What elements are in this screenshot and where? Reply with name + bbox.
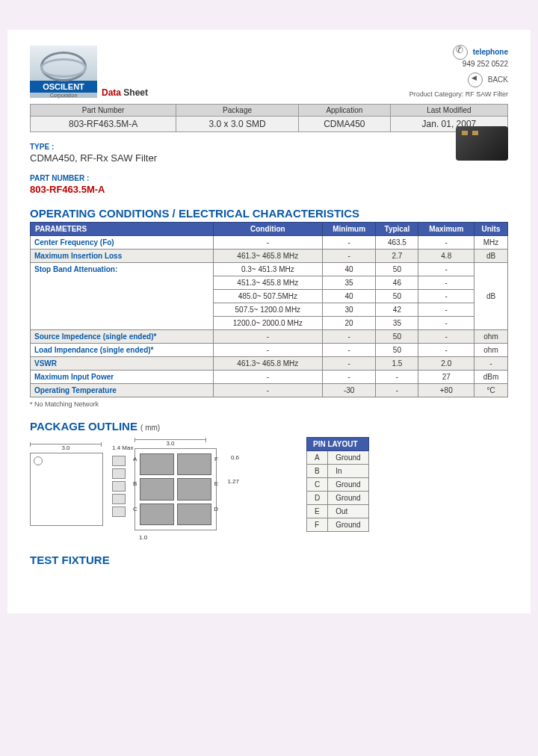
spec-param: Maximum Input Power bbox=[31, 371, 214, 384]
telephone-label: telephone bbox=[473, 48, 508, 56]
spec-param: Center Frequency (Fo) bbox=[31, 236, 214, 250]
logo-name: OSCILENT bbox=[30, 81, 97, 93]
spec-cell: - bbox=[213, 236, 322, 250]
spec-cell: 461.3~ 465.8 MHz bbox=[213, 357, 322, 371]
back-text: BACK bbox=[488, 75, 508, 84]
spec-cell: 50 bbox=[376, 263, 418, 276]
spec-param: Maximum Insertion Loss bbox=[31, 250, 214, 263]
pin-cell: Ground bbox=[328, 451, 368, 465]
spec-cell: 30 bbox=[322, 303, 375, 317]
spec-footnote: * No Matching Network bbox=[30, 400, 508, 408]
company-logo: OSCILENT Corporation bbox=[30, 46, 97, 98]
contact-block: telephone 949 252 0522 BACK Product Cate… bbox=[409, 45, 508, 98]
spec-header: Minimum bbox=[322, 223, 375, 236]
pin-cell: F bbox=[307, 518, 328, 532]
pin-cell: E bbox=[307, 505, 328, 518]
spec-cell: - bbox=[418, 303, 474, 317]
spec-cell: ohm bbox=[474, 330, 508, 344]
spec-cell: - bbox=[322, 330, 375, 344]
spec-header: Units bbox=[474, 223, 508, 236]
spec-cell: 1.5 bbox=[376, 357, 418, 371]
spec-cell: 507.5~ 1200.0 MHz bbox=[213, 303, 322, 317]
spec-cell: 50 bbox=[376, 330, 418, 344]
spec-cell: dBm bbox=[474, 371, 508, 384]
spec-cell: - bbox=[418, 263, 474, 276]
spec-cell: 485.0~ 507.5MHz bbox=[213, 290, 322, 303]
spec-cell: 40 bbox=[322, 290, 375, 303]
spec-cell: -30 bbox=[322, 384, 375, 397]
spec-cell: 50 bbox=[376, 290, 418, 303]
spec-cell: +80 bbox=[418, 384, 474, 397]
info-header: Last Modified bbox=[390, 105, 507, 117]
package-drawing: 3.0 1.4 Max 3.0 A F B E C D 0.6 1.27 bbox=[30, 437, 284, 542]
spec-cell: 50 bbox=[376, 344, 418, 357]
back-link[interactable]: BACK bbox=[409, 72, 508, 87]
info-header: Package bbox=[176, 105, 299, 117]
spec-table: PARAMETERS Condition Minimum Typical Max… bbox=[30, 222, 508, 397]
spec-cell: - bbox=[213, 344, 322, 357]
logo-block: OSCILENT Corporation Data Sheet bbox=[30, 46, 148, 98]
pin-table: PIN LAYOUT AGround BIn CGround DGround E… bbox=[306, 437, 369, 532]
spec-cell: - bbox=[418, 276, 474, 290]
spec-header: Condition bbox=[213, 223, 322, 236]
partnum-label: PART NUMBER : bbox=[30, 174, 508, 182]
package-title-text: PACKAGE OUTLINE bbox=[30, 420, 137, 433]
datasheet-page: OSCILENT Corporation Data Sheet telephon… bbox=[7, 30, 531, 613]
spec-cell: - bbox=[213, 330, 322, 344]
pad-b-label: B bbox=[133, 480, 137, 487]
spec-cell: - bbox=[474, 357, 508, 371]
logo-sub: Corporation bbox=[50, 93, 78, 98]
pad-c-label: C bbox=[133, 506, 137, 512]
category-value: RF SAW Filter bbox=[466, 90, 508, 98]
spec-cell: dB bbox=[474, 263, 508, 330]
spec-cell: 2.7 bbox=[376, 250, 418, 263]
spec-cell: - bbox=[322, 236, 375, 250]
info-value: CDMA450 bbox=[298, 117, 390, 132]
spec-cell: - bbox=[322, 250, 375, 263]
back-icon bbox=[468, 72, 483, 87]
info-header: Application bbox=[298, 105, 390, 117]
pad-d-label: D bbox=[214, 506, 218, 512]
spec-cell: 0.3~ 451.3 MHz bbox=[213, 263, 322, 276]
spec-cell: - bbox=[322, 344, 375, 357]
spec-cell: MHz bbox=[474, 236, 508, 250]
spec-cell: 461.3~ 465.8 MHz bbox=[213, 250, 322, 263]
header: OSCILENT Corporation Data Sheet telephon… bbox=[30, 45, 508, 98]
spec-header: PARAMETERS bbox=[31, 223, 214, 236]
spec-cell: 451.3~ 455.8 MHz bbox=[213, 276, 322, 290]
spec-cell: 20 bbox=[322, 317, 375, 330]
spec-param: VSWR bbox=[31, 357, 214, 371]
info-value: 803-RF463.5M-A bbox=[31, 117, 176, 132]
pkg-side-view: 1.4 Max bbox=[112, 453, 126, 525]
spec-header: Typical bbox=[376, 223, 418, 236]
spec-cell: - bbox=[418, 236, 474, 250]
info-header: Part Number bbox=[31, 105, 176, 117]
spec-cell: 46 bbox=[376, 276, 418, 290]
pin-cell: In bbox=[328, 465, 368, 478]
dim-pitch: 1.27 bbox=[227, 478, 239, 485]
pkg-bottom-view: A F B E C D bbox=[134, 448, 217, 530]
spec-cell: 35 bbox=[322, 276, 375, 290]
product-category: Product Category: RF SAW Filter bbox=[409, 90, 508, 98]
pin-cell: Ground bbox=[328, 518, 368, 532]
spec-cell: 35 bbox=[376, 317, 418, 330]
pin-cell: Ground bbox=[328, 478, 368, 492]
dim-pad-h: 0.6 bbox=[231, 454, 239, 461]
pin-cell: D bbox=[307, 492, 328, 505]
pin-layout-header: PIN LAYOUT bbox=[307, 438, 369, 451]
package-title: PACKAGE OUTLINE ( mm) bbox=[30, 420, 508, 433]
category-label: Product Category: bbox=[409, 90, 466, 98]
spec-cell: - bbox=[418, 344, 474, 357]
spec-cell: - bbox=[322, 371, 375, 384]
type-label: TYPE : bbox=[30, 143, 508, 151]
pin-cell: Out bbox=[328, 505, 368, 518]
info-table: Part Number Package Application Last Mod… bbox=[30, 104, 508, 132]
datasheet-label: Data Sheet bbox=[102, 87, 148, 98]
dim-edge: 1.0 bbox=[139, 534, 147, 541]
info-value: 3.0 x 3.0 SMD bbox=[176, 117, 299, 132]
telephone-row: telephone bbox=[409, 45, 508, 60]
dim-pad-width: 3.0 bbox=[134, 439, 206, 447]
spec-param: Operating Temperature bbox=[31, 384, 214, 397]
spec-cell: - bbox=[213, 371, 322, 384]
package-row: 3.0 1.4 Max 3.0 A F B E C D 0.6 1.27 bbox=[30, 437, 508, 542]
